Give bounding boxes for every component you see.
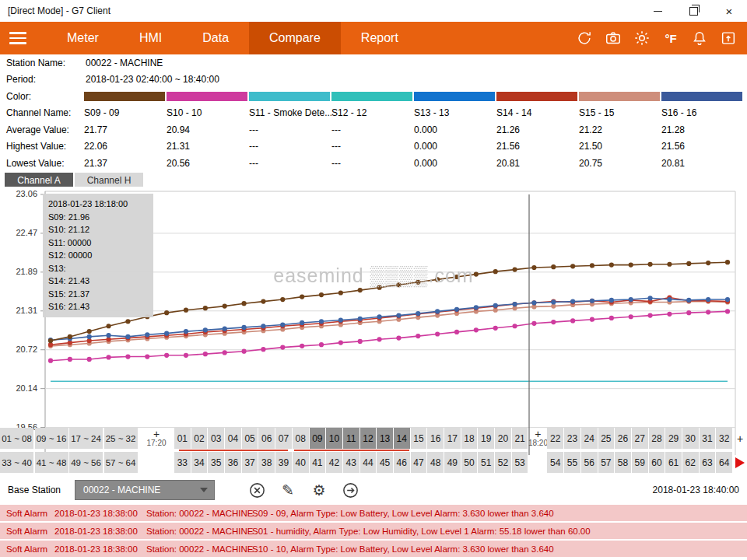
nav-item-data[interactable]: Data <box>182 22 249 54</box>
edit-pencil-icon[interactable]: ✎ <box>279 481 297 499</box>
channel-page-cell-58[interactable]: 58 <box>615 452 631 473</box>
channel-page-cell-22[interactable]: 22 <box>547 428 563 449</box>
channel-page-cell-08[interactable]: 08 <box>293 428 309 449</box>
channel-page-cell-13[interactable]: 13 <box>377 428 393 449</box>
channel-page-cell-28[interactable]: 28 <box>649 428 665 449</box>
channel-page-cell-03[interactable]: 03 <box>208 428 224 449</box>
channel-page-cell-10[interactable]: 10 <box>326 428 342 449</box>
channel-page-cell-60[interactable]: 60 <box>649 452 665 473</box>
channel-page-cell-45[interactable]: 45 <box>377 452 393 473</box>
channel-page-cell-07[interactable]: 07 <box>275 428 292 449</box>
channel-page-cell-01[interactable]: 01 <box>174 428 191 449</box>
channel-page-cell-62[interactable]: 62 <box>682 452 699 473</box>
refresh-icon[interactable] <box>575 29 594 47</box>
channel-page-cell-63[interactable]: 63 <box>700 452 716 473</box>
export-image-icon[interactable] <box>719 29 738 47</box>
channel-page-cell-32[interactable]: 32 <box>716 428 732 449</box>
brightness-icon[interactable] <box>633 29 651 47</box>
fahrenheit-icon[interactable]: °F <box>661 29 680 47</box>
channel-page-cell-50[interactable]: 50 <box>461 452 478 473</box>
channel-page-cell-29[interactable]: 29 <box>665 428 682 449</box>
tab-channel-a[interactable]: Channel A <box>5 173 73 187</box>
tab-channel-h[interactable]: Channel H <box>75 173 143 187</box>
channel-page-cell-05[interactable]: 05 <box>242 428 258 449</box>
channel-page-cell-38[interactable]: 38 <box>258 452 275 473</box>
channel-range-label[interactable]: 01 ~ 08 <box>0 428 33 449</box>
zoom-plus-icon[interactable]: + <box>153 429 160 439</box>
channel-range-label[interactable]: 17 ~ 24 <box>69 428 103 449</box>
channel-page-cell-15[interactable]: 15 <box>411 428 427 449</box>
channel-page-cell-24[interactable]: 24 <box>581 428 598 449</box>
nav-item-meter[interactable]: Meter <box>47 22 119 54</box>
channel-page-cell-02[interactable]: 02 <box>191 428 208 449</box>
channel-page-cell-17[interactable]: 17 <box>444 428 461 449</box>
channel-page-cell-21[interactable]: 21 <box>512 428 528 449</box>
channel-page-cell-51[interactable]: 51 <box>478 452 494 473</box>
channel-page-cell-57[interactable]: 57 <box>598 452 615 473</box>
channel-page-cell-11[interactable]: 11 <box>343 428 359 449</box>
channel-range-label[interactable]: 57 ~ 64 <box>104 452 138 473</box>
nav-item-report[interactable]: Report <box>341 22 419 54</box>
base-station-dropdown[interactable]: 00022 - MACHINE <box>75 480 215 500</box>
channel-range-label[interactable]: 33 ~ 40 <box>0 452 33 473</box>
channel-page-cell-18[interactable]: 18 <box>461 428 478 449</box>
channel-page-cell-34[interactable]: 34 <box>191 452 208 473</box>
channel-range-label[interactable]: 25 ~ 32 <box>104 428 138 449</box>
channel-range-label[interactable]: 41 ~ 48 <box>35 452 68 473</box>
channel-page-cell-25[interactable]: 25 <box>598 428 615 449</box>
alarm-row[interactable]: Soft Alarm2018-01-23 18:38:00Station: 00… <box>0 523 747 539</box>
channel-page-cell-46[interactable]: 46 <box>394 452 410 473</box>
channel-page-cell-20[interactable]: 20 <box>495 428 511 449</box>
channel-page-cell-47[interactable]: 47 <box>411 452 427 473</box>
channel-page-cell-41[interactable]: 41 <box>310 452 326 473</box>
minimize-button[interactable] <box>640 0 675 22</box>
channel-page-cell-30[interactable]: 30 <box>682 428 699 449</box>
channel-page-cell-09[interactable]: 09 <box>310 428 326 449</box>
channel-page-cell-40[interactable]: 40 <box>293 452 309 473</box>
channel-page-cell-49[interactable]: 49 <box>444 452 461 473</box>
channel-range-label[interactable]: 49 ~ 56 <box>69 452 103 473</box>
clear-icon[interactable] <box>247 481 266 499</box>
channel-page-cell-33[interactable]: 33 <box>174 452 191 473</box>
channel-page-cell-59[interactable]: 59 <box>632 452 648 473</box>
channel-page-cell-35[interactable]: 35 <box>208 452 224 473</box>
channel-page-cell-37[interactable]: 37 <box>242 452 258 473</box>
zoom-plus-icon[interactable]: + <box>737 434 743 443</box>
channel-page-cell-55[interactable]: 55 <box>564 452 580 473</box>
channel-page-cell-23[interactable]: 23 <box>564 428 580 449</box>
channel-page-cell-31[interactable]: 31 <box>700 428 716 449</box>
channel-page-cell-56[interactable]: 56 <box>581 452 598 473</box>
channel-page-cell-48[interactable]: 48 <box>427 452 444 473</box>
alarm-row[interactable]: Soft Alarm2018-01-23 18:38:00Station: 00… <box>0 505 747 521</box>
channel-page-cell-14[interactable]: 14 <box>394 428 410 449</box>
channel-page-cell-43[interactable]: 43 <box>343 452 359 473</box>
maximize-button[interactable] <box>675 0 711 22</box>
nav-item-compare[interactable]: Compare <box>249 22 341 54</box>
channel-page-cell-64[interactable]: 64 <box>716 452 732 473</box>
channel-page-cell-52[interactable]: 52 <box>495 452 511 473</box>
nav-item-hmi[interactable]: HMI <box>119 22 182 54</box>
camera-icon[interactable] <box>604 29 622 47</box>
hamburger-menu-icon[interactable] <box>0 22 47 54</box>
channel-page-cell-26[interactable]: 26 <box>615 428 631 449</box>
close-button[interactable]: × <box>711 0 747 22</box>
settings-gear-icon[interactable]: ⚙ <box>310 481 328 499</box>
alarm-row[interactable]: Soft Alarm2018-01-23 18:38:00Station: 00… <box>0 541 747 557</box>
channel-page-cell-12[interactable]: 12 <box>360 428 377 449</box>
channel-page-cell-04[interactable]: 04 <box>225 428 241 449</box>
channel-page-cell-42[interactable]: 42 <box>326 452 342 473</box>
next-page-arrow[interactable] <box>735 457 745 468</box>
go-arrow-icon[interactable] <box>341 481 359 499</box>
channel-page-cell-44[interactable]: 44 <box>360 452 377 473</box>
channel-page-cell-19[interactable]: 19 <box>478 428 494 449</box>
channel-page-cell-27[interactable]: 27 <box>632 428 648 449</box>
channel-page-cell-61[interactable]: 61 <box>665 452 682 473</box>
channel-page-cell-39[interactable]: 39 <box>275 452 292 473</box>
alarm-bell-icon[interactable] <box>690 29 709 47</box>
channel-page-cell-16[interactable]: 16 <box>427 428 444 449</box>
channel-page-cell-36[interactable]: 36 <box>225 452 241 473</box>
channel-page-cell-53[interactable]: 53 <box>512 452 528 473</box>
zoom-plus-icon[interactable]: + <box>535 429 541 439</box>
channel-range-label[interactable]: 09 ~ 16 <box>35 428 68 449</box>
channel-page-cell-54[interactable]: 54 <box>547 452 563 473</box>
